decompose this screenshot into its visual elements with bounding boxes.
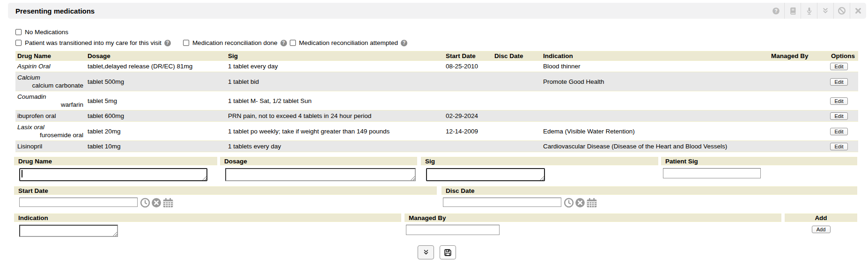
disc-date-input[interactable]: [443, 198, 561, 207]
recon-attempted-checkbox[interactable]: [290, 40, 296, 46]
start-date-cell: [444, 99, 493, 102]
close-icon[interactable]: [850, 3, 866, 19]
indication-textarea[interactable]: [19, 225, 118, 237]
current-time-icon[interactable]: [140, 198, 150, 208]
start-date-input[interactable]: [19, 198, 138, 207]
form-label-sig: Sig: [421, 157, 658, 165]
book-icon[interactable]: [784, 3, 801, 19]
edit-button[interactable]: Edit: [830, 112, 848, 120]
save-floppy-icon: [444, 249, 452, 257]
calendar-icon[interactable]: [162, 198, 174, 208]
disc-date-cell: [493, 130, 541, 132]
table-row: Aspirin Oral tablet,delayed release (DR/…: [15, 61, 858, 72]
managed-by-cell: [769, 65, 828, 68]
transitioned-checkbox[interactable]: [15, 40, 22, 46]
expand-more-button[interactable]: [418, 245, 434, 259]
edit-button[interactable]: Edit: [830, 143, 848, 150]
col-header-disc-date: Disc Date: [493, 52, 541, 60]
add-button[interactable]: Add: [812, 226, 831, 233]
disc-date-cell: [493, 99, 541, 102]
indication-cell: Blood thinner: [541, 61, 769, 72]
calendar-icon[interactable]: [586, 198, 597, 208]
dosage-cell: tablet 10mg: [86, 141, 226, 152]
no-medications-checkbox[interactable]: [15, 29, 22, 35]
recon-done-label: Medication reconciliation done: [192, 39, 278, 46]
bottom-actions: [15, 245, 858, 259]
indication-cell: Cardiovascular Disease (Disease of the H…: [541, 141, 769, 152]
col-header-sig: Sig: [226, 52, 444, 60]
drug-name-cell: Calciumcalcium carbonate: [15, 72, 86, 91]
drug-name-cell: ibuprofen oral: [15, 110, 86, 121]
drug-name-cell: Coumadinwarfarin: [15, 91, 86, 110]
disc-date-cell: [493, 80, 541, 83]
indication-cell: [541, 115, 769, 118]
edit-button[interactable]: Edit: [830, 97, 848, 105]
form-label-managed-by: Managed By: [405, 213, 781, 222]
managed-by-input[interactable]: [406, 225, 500, 235]
form-label-start-date: Start Date: [14, 186, 437, 195]
drug-name-cell: Lasix oralfurosemide oral: [15, 122, 86, 140]
double-chevron-down-icon: [423, 249, 429, 256]
table-row: Calciumcalcium carbonate tablet 500mg 1 …: [15, 72, 858, 91]
col-header-start-date: Start Date: [444, 52, 493, 60]
recon-attempted-label: Medication reconciliation attempted: [299, 39, 398, 46]
patient-sig-input[interactable]: [663, 168, 761, 178]
text-caret: [22, 170, 22, 177]
col-header-dosage: Dosage: [86, 52, 226, 60]
help-icon[interactable]: ?: [164, 40, 171, 46]
drug-name-textarea[interactable]: [19, 168, 207, 181]
dosage-cell: tablet 500mg: [86, 76, 226, 87]
page-title: Presenting medications: [8, 7, 95, 15]
indication-cell: [541, 99, 769, 102]
dosage-textarea[interactable]: [225, 168, 416, 181]
svg-text:?: ?: [774, 8, 777, 14]
panel-titlebar: Presenting medications ?: [8, 3, 866, 19]
sig-cell: 1 tablet bid: [226, 76, 444, 87]
sig-cell: 1 tablets every day: [226, 141, 444, 152]
sig-textarea[interactable]: [426, 168, 545, 181]
start-date-cell: 08-25-2010: [444, 61, 493, 72]
sig-cell: 1 tablet every day: [226, 61, 444, 72]
dosage-cell: tablet,delayed release (DR/EC) 81mg: [86, 61, 226, 72]
options-cell: Edit: [828, 110, 858, 121]
options-cell: Edit: [828, 61, 858, 72]
managed-by-cell: [769, 80, 828, 83]
form-label-patient-sig: Patient Sig: [661, 157, 857, 165]
start-date-cell: [444, 145, 493, 148]
edit-button[interactable]: Edit: [830, 78, 848, 86]
sig-cell: 1 tablet M- Sat, 1/2 tablet Sun: [226, 96, 444, 106]
options-cell: Edit: [828, 96, 858, 106]
add-medication-form: Drug Name Dosage Sig: [14, 157, 857, 238]
form-label-dosage: Dosage: [220, 157, 417, 165]
options-cell: Edit: [828, 126, 858, 137]
help-icon[interactable]: ?: [768, 3, 784, 19]
disc-date-cell: [493, 115, 541, 118]
checkbox-section: No Medications Patient was transitioned …: [15, 28, 868, 47]
form-label-add: Add: [785, 213, 857, 222]
microphone-icon[interactable]: [801, 3, 817, 19]
help-icon[interactable]: ?: [280, 40, 287, 46]
col-header-indication: Indication: [541, 52, 769, 60]
col-header-managed-by: Managed By: [769, 52, 828, 60]
disable-icon[interactable]: [833, 3, 850, 19]
options-cell: Edit: [828, 76, 858, 87]
collapse-icon[interactable]: [817, 3, 833, 19]
recon-done-checkbox[interactable]: [183, 40, 189, 46]
indication-cell: Edema (Visible Water Retention): [541, 126, 769, 137]
edit-button[interactable]: Edit: [830, 128, 848, 135]
help-icon[interactable]: ?: [401, 40, 407, 46]
current-time-icon[interactable]: [564, 198, 574, 208]
table-row: ibuprofen oral tablet 600mg PRN pain, no…: [15, 110, 858, 122]
form-label-disc-date: Disc Date: [441, 186, 857, 195]
clear-date-icon[interactable]: [575, 198, 585, 208]
save-button[interactable]: [440, 245, 456, 259]
medications-table: Drug Name Dosage Sig Start Date Disc Dat…: [15, 51, 858, 152]
col-header-drug-name: Drug Name: [15, 52, 86, 60]
clear-date-icon[interactable]: [151, 198, 162, 208]
sig-cell: PRN pain, not to exceed 4 tablets in 24 …: [226, 110, 444, 121]
drug-name-cell: Lisinopril: [15, 141, 86, 152]
table-header-row: Drug Name Dosage Sig Start Date Disc Dat…: [15, 51, 858, 61]
options-cell: Edit: [828, 141, 858, 152]
edit-button[interactable]: Edit: [830, 63, 848, 70]
disc-date-cell: [493, 145, 541, 148]
